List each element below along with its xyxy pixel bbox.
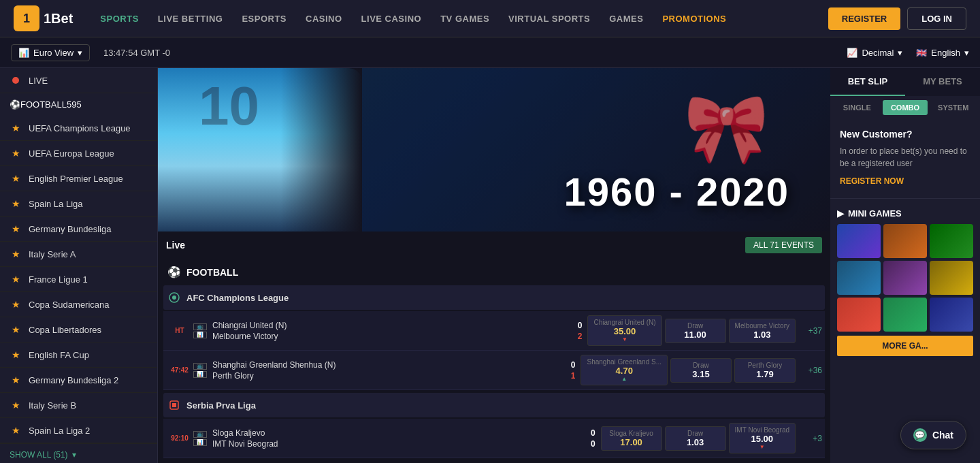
sidebar-item-laliga[interactable]: ★ Spain La Liga <box>0 191 157 217</box>
odds-group-1: Chiangrai United (N) 35.00 ▼ Draw 11.00 … <box>587 315 822 346</box>
odds-btn-1-draw[interactable]: Draw 11.00 <box>665 319 726 343</box>
mini-game-6[interactable] <box>930 261 973 295</box>
nav-games[interactable]: GAMES <box>609 14 643 24</box>
tab-single[interactable]: SINGLE <box>834 100 880 115</box>
chevron-down-icon-showall: ▾ <box>72 450 76 460</box>
sidebar-item-football[interactable]: ⚽ FOOTBALL 595 <box>0 93 157 116</box>
odds-more-1[interactable]: +37 <box>798 326 822 336</box>
sidebar-uel-label: UEFA Europa League <box>29 148 148 159</box>
star-icon-epl: ★ <box>10 172 22 185</box>
match-action-icons-2: 📺 📊 <box>193 363 210 378</box>
sidebar-item-serieb[interactable]: ★ Italy Serie B <box>0 393 157 418</box>
more-games-button[interactable]: MORE GA... <box>837 336 973 356</box>
odds-val-2-away: 1.79 <box>756 369 773 379</box>
tab-combo[interactable]: COMBO <box>883 100 928 115</box>
tab-system[interactable]: SYSTEM <box>930 100 976 115</box>
stats-icon-3: 📊 <box>193 439 207 446</box>
svg-point-1 <box>172 296 176 300</box>
lang-label: English <box>931 48 960 58</box>
sidebar-item-live[interactable]: LIVE <box>0 68 157 93</box>
sidebar-item-laliga2[interactable]: ★ Spain La Liga 2 <box>0 418 157 443</box>
odds-more-3[interactable]: +3 <box>798 434 822 443</box>
team-name-3a: Sloga Kraljevo 0 <box>212 428 595 438</box>
star-icon-facup: ★ <box>10 349 22 361</box>
mini-games-label: MINI GAMES <box>848 208 902 219</box>
logo[interactable]: 1 1Bet <box>14 5 73 31</box>
nav-live-casino[interactable]: LIVE CASINO <box>361 14 422 24</box>
mini-game-5[interactable] <box>883 261 927 295</box>
nav-casino[interactable]: CASINO <box>306 14 342 24</box>
sidebar-item-copalib[interactable]: ★ Copa Libertadores <box>0 317 157 342</box>
star-icon-bund2: ★ <box>10 374 22 386</box>
team-name-3b: IMT Novi Beograd 0 <box>212 438 595 449</box>
nav-sports[interactable]: SPORTS <box>100 14 138 24</box>
nav-tv-games[interactable]: TV GAMES <box>440 14 489 24</box>
sidebar-item-uel[interactable]: ★ UEFA Europa League <box>0 141 157 166</box>
odds-btn-1-home[interactable]: Chiangrai United (N) 35.00 ▼ <box>587 315 662 346</box>
nav-promotions[interactable]: PROMOTIONS <box>662 14 726 24</box>
odds-btn-1-away[interactable]: Melbourne Victory 1.03 <box>729 319 796 343</box>
tv-icon: 📺 <box>193 323 207 330</box>
nav-live-betting[interactable]: LIVE BETTING <box>158 14 223 24</box>
odds-label-1-away: Melbourne Victory <box>735 322 789 330</box>
tab-bet-slip[interactable]: BET SLIP <box>830 68 905 96</box>
sidebar-item-copasud[interactable]: ★ Copa Sudamericana <box>0 292 157 317</box>
stats-icon: 📊 <box>193 332 207 338</box>
star-icon-laliga: ★ <box>10 197 22 210</box>
odds-btn-3-draw[interactable]: Draw 1.03 <box>665 426 726 451</box>
odds-btn-2-draw[interactable]: Draw 3.15 <box>670 358 732 383</box>
odds-val-1-home: 35.00 <box>614 326 636 336</box>
sidebar-item-seriea[interactable]: ★ Italy Serie A <box>0 242 157 267</box>
sidebar-seriea-label: Italy Serie A <box>29 249 148 259</box>
euro-view-icon: 📊 <box>18 48 29 58</box>
odds-btn-3-away[interactable]: IMT Novi Beograd 15.00 ▼ <box>729 423 796 453</box>
sidebar-item-epl[interactable]: ★ English Premier League <box>0 166 157 191</box>
chat-button[interactable]: 💬 Chat <box>900 421 966 449</box>
all-events-button[interactable]: ALL 71 EVENTS <box>745 237 822 253</box>
football-section-header: ⚽ FOOTBALL <box>163 259 825 285</box>
mini-game-7[interactable] <box>837 298 881 332</box>
language-selector[interactable]: 🇬🇧 English ▾ <box>916 48 969 58</box>
odds-btn-2-home[interactable]: Shanghai Greenland S... 4.70 ▲ <box>581 355 668 385</box>
mini-game-8[interactable] <box>883 298 927 332</box>
sidebar-item-facup[interactable]: ★ English FA Cup <box>0 342 157 368</box>
live-label: Live <box>166 240 185 251</box>
register-button[interactable]: REGISTER <box>828 7 900 30</box>
team-name-2b: Perth Glory 1 <box>212 370 575 381</box>
mini-game-4[interactable] <box>837 261 881 295</box>
mini-game-9[interactable] <box>930 298 973 332</box>
sidebar: LIVE ⚽ FOOTBALL 595 ★ UEFA Champions Lea… <box>0 68 158 463</box>
show-all-button[interactable]: SHOW ALL (51) ▾ <box>0 443 157 463</box>
odds-val-1-away: 1.03 <box>753 330 770 340</box>
odds-format-selector[interactable]: 📈 Decimal ▾ <box>847 48 902 58</box>
sidebar-item-bundesliga[interactable]: ★ Germany Bundesliga <box>0 217 157 242</box>
sidebar-facup-label: English FA Cup <box>29 350 148 360</box>
tab-my-bets[interactable]: MY BETS <box>905 68 980 96</box>
odds-more-2[interactable]: +36 <box>798 366 822 375</box>
mini-game-3[interactable] <box>930 224 973 258</box>
mini-game-1[interactable] <box>837 224 881 258</box>
team-name-1a: Chiangrai United (N) 0 <box>212 320 582 331</box>
arrow-down-icon-3: ▼ <box>760 444 765 450</box>
chevron-down-icon: ▾ <box>78 48 82 58</box>
login-button[interactable]: LOG IN <box>907 7 966 30</box>
odds-btn-3-home[interactable]: Sloga Kraljevo 17.00 <box>601 426 662 451</box>
sidebar-live-label: LIVE <box>29 76 148 86</box>
sidebar-item-bundesliga2[interactable]: ★ Germany Bundesliga 2 <box>0 368 157 393</box>
nav-links: SPORTS LIVE BETTING ESPORTS CASINO LIVE … <box>100 14 828 24</box>
afc-league-name: AFC Champions League <box>186 293 289 303</box>
odds-btn-2-away[interactable]: Perth Glory 1.79 <box>734 358 796 383</box>
nav-virtual-sports[interactable]: VIRTUAL SPORTS <box>508 14 590 24</box>
banner: 10 🎀 1960 - 2020 <box>158 68 830 232</box>
sidebar-item-ligue1[interactable]: ★ France Ligue 1 <box>0 267 157 292</box>
nav-esports[interactable]: ESPORTS <box>242 14 287 24</box>
register-now-link[interactable]: REGISTER NOW <box>840 176 970 186</box>
star-icon-ucl: ★ <box>10 122 22 134</box>
score-3a: 0 <box>586 428 595 438</box>
sidebar-item-ucl[interactable]: ★ UEFA Champions League <box>0 116 157 141</box>
mini-game-2[interactable] <box>883 224 927 258</box>
euro-view-selector[interactable]: 📊 Euro View ▾ <box>11 44 90 61</box>
chevron-down-icon-lang: ▾ <box>964 48 969 58</box>
new-customer-text: In order to place bet(s) you need to be … <box>840 145 970 170</box>
chat-icon: 💬 <box>913 428 927 442</box>
